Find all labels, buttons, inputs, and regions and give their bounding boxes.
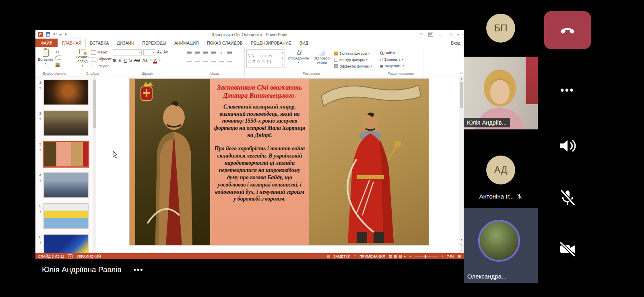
shapes-gallery-scroll[interactable]: ▲ ▼ ∨ [280,50,285,68]
text-shadow-button[interactable]: S [129,58,132,63]
hang-up-button[interactable] [544,11,591,49]
increase-indent-button[interactable] [210,50,217,55]
decrease-indent-button[interactable] [202,50,208,55]
tab-view[interactable]: ВИД [295,39,312,47]
zoom-slider[interactable] [415,256,438,256]
save-icon[interactable] [46,32,50,37]
align-center-button[interactable] [194,57,200,63]
slide-2-thumbnail[interactable] [43,111,89,136]
shape-effects-button[interactable]: Эффекты фигуры ▾ [334,63,372,69]
font-size-select[interactable]: ▾ [143,49,155,55]
replace-button[interactable]: ⇄ Заменить ▾ [380,57,421,62]
editor-scrollbar[interactable]: ▲ ▼ ∧ ∨ [459,76,464,253]
participant-video-oleksandra[interactable]: Олександра... [464,208,538,283]
slideshow-view-button[interactable]: ▸ [404,254,406,258]
slide-sorter-view-button[interactable]: ▦ [394,254,397,258]
scrollbar-thumb[interactable] [460,82,463,108]
grow-font-button[interactable]: А▴ [157,49,162,55]
slide-6-thumbnail[interactable] [43,234,89,253]
new-slide-button[interactable]: Создать слайд ▾ [76,49,89,69]
more-options-button[interactable]: ••• [553,84,582,96]
customize-qat-icon[interactable]: ▾ [65,32,67,37]
align-left-button[interactable] [186,57,192,63]
spellcheck-icon[interactable]: ✓ [68,254,72,258]
bold-button[interactable]: Ж [113,58,117,63]
camera-off-button[interactable] [558,240,577,260]
zoom-level[interactable]: 74% [447,254,454,258]
columns-button[interactable] [218,57,225,63]
slide-3-thumbnail-selected[interactable] [43,141,89,167]
paste-button[interactable]: Вставить ▾ [37,49,54,68]
tab-review[interactable]: РЕЦЕНЗИРОВАНИЕ [247,39,295,47]
font-color-button[interactable]: А [154,58,157,63]
participant-avatar-bp[interactable]: БП [486,14,515,43]
slide-5-thumbnail[interactable] [43,203,89,229]
current-slide[interactable]: Засновником Січі вважають Дмитра Вишневе… [130,79,429,245]
collapse-ribbon-icon[interactable]: ∧ [460,72,462,75]
normal-view-button[interactable]: ▥ [389,254,392,258]
language-indicator[interactable]: УКРАИНСКИЙ [76,254,101,258]
smartart-button[interactable] [226,57,233,63]
tab-design[interactable]: ДИЗАЙН [113,39,138,47]
underline-button[interactable]: Ч [124,58,127,63]
speaker-button[interactable] [558,136,577,157]
shapes-gallery[interactable]: ╲ ╲ ─ □ ○ ▭ △ ▽ ◇ ☆ ( ) ▲ ▼ ∨ [246,49,285,68]
change-case-button[interactable]: Аа [142,58,148,63]
minimize-button[interactable]: — [439,32,443,37]
numbering-button[interactable] [194,50,200,55]
shape-outline-button[interactable]: Контур фигуры ▾ [334,57,372,62]
slide-1-thumbnail[interactable] [43,80,89,105]
scroll-up-icon[interactable]: ▲ [459,77,464,80]
thumbnail-scrollbar[interactable] [93,76,96,253]
tab-home[interactable]: ГЛАВНАЯ [58,39,86,47]
copy-button[interactable] [56,56,60,61]
section-button[interactable]: Раздел [91,63,114,69]
zoom-slider-thumb[interactable] [425,255,426,258]
fit-to-window-button[interactable]: ▣ [458,254,461,258]
italic-button[interactable]: К [119,58,122,63]
start-slideshow-icon[interactable]: ▸ [60,32,62,37]
quick-styles-button[interactable]: Экспресс- стили [312,49,332,69]
microphone-muted-button[interactable] [558,188,577,209]
reset-button[interactable]: Сбросить [91,56,114,62]
participant-avatar-ad[interactable]: АД [486,156,515,184]
shrink-font-button[interactable]: А▾ [163,49,168,55]
slide-4-thumbnail[interactable] [43,172,89,198]
select-button[interactable]: ▦ Выделить ▾ [380,63,421,68]
undo-icon[interactable]: ↶ [53,32,57,37]
tab-slideshow[interactable]: ПОКАЗ СЛАЙДОВ [203,39,247,47]
justify-button[interactable] [210,57,217,63]
zoom-in-button[interactable]: + [441,254,443,258]
line-spacing-button[interactable]: ↕ [218,50,225,55]
presenter-more-icon[interactable]: ••• [134,266,144,274]
participant-video-yulia[interactable]: Юлія Андріїв... [464,57,538,129]
next-slide-icon[interactable]: ∨ [459,249,464,252]
ribbon-display-options-button[interactable] [428,33,433,37]
tab-animations[interactable]: АНИМАЦИЯ [170,39,203,47]
reading-view-button[interactable]: ▤ [399,254,402,258]
align-right-button[interactable] [202,57,208,63]
find-button[interactable]: Найти [380,50,421,55]
layout-button[interactable]: Макет [91,49,114,55]
tab-insert[interactable]: ВСТАВКА [86,39,113,47]
restore-button[interactable]: □ [449,32,452,37]
cut-button[interactable]: ✂ [56,49,60,55]
help-button[interactable]: ? [420,32,423,37]
slide-text-panel[interactable]: Засновником Січі вважають Дмитра Вишневе… [210,79,309,245]
font-name-select[interactable]: ▾ [113,49,142,55]
sign-in-button[interactable]: Вход [451,39,464,47]
text-direction-button[interactable] [226,50,233,55]
shape-fill-button[interactable]: Заливка фигуры ▾ [334,51,372,56]
notes-button[interactable]: ЗАМЕТКИ [333,254,350,258]
bullets-button[interactable] [186,50,192,55]
tab-transitions[interactable]: ПЕРЕХОДЫ [138,39,171,47]
format-painter-button[interactable] [56,62,60,68]
tab-file[interactable]: ФАЙЛ [35,39,58,47]
arrange-button[interactable]: Упорядочить ▾ [287,49,310,69]
zoom-out-button[interactable]: − [409,254,411,258]
previous-slide-icon[interactable]: ∧ [459,244,464,247]
scroll-down-icon[interactable]: ▼ [459,238,464,241]
close-button[interactable]: × [457,32,460,37]
strikethrough-button[interactable]: АВ [134,58,140,63]
comments-button[interactable]: ПРИМЕЧАНИЯ [359,254,385,258]
